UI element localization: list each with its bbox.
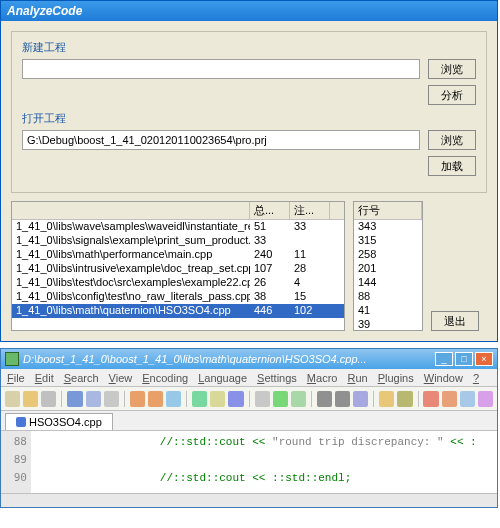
- menu-edit[interactable]: Edit: [35, 372, 54, 384]
- menu-language[interactable]: Language: [198, 372, 247, 384]
- col-line-number[interactable]: 行号: [354, 202, 422, 219]
- toolbar-icon-19[interactable]: [397, 391, 412, 407]
- toolbar-separator: [186, 391, 187, 407]
- table-row[interactable]: 1_41_0\libs\intrusive\example\doc_treap_…: [12, 262, 344, 276]
- browse-open-button[interactable]: 浏览: [428, 130, 476, 150]
- toolbar-icon-23[interactable]: [478, 391, 493, 407]
- toolbar-icon-8[interactable]: [166, 391, 181, 407]
- menu-plugins[interactable]: Plugins: [378, 372, 414, 384]
- line-row[interactable]: 39: [354, 318, 422, 332]
- menu-search[interactable]: Search: [64, 372, 99, 384]
- toolbar-icon-0[interactable]: [5, 391, 20, 407]
- line-number-table[interactable]: 行号 343315258201144884139: [353, 201, 423, 331]
- code-line[interactable]: [41, 451, 497, 469]
- window-body: 新建工程 浏览 分析 打开工程 浏览 加载 总... 注..: [1, 21, 497, 341]
- code-line[interactable]: //::std::cout << ::std::endl;: [41, 469, 497, 487]
- code-area[interactable]: 888990 //::std::cout << "round trip disc…: [1, 431, 497, 493]
- toolbar-icon-3[interactable]: [67, 391, 82, 407]
- menu-run[interactable]: Run: [347, 372, 367, 384]
- editor-titlebar[interactable]: D:\boost_1_41_0\boost_1_41_0\libs\math\q…: [1, 349, 497, 369]
- new-project-label: 新建工程: [22, 40, 476, 55]
- toolbar-icon-18[interactable]: [379, 391, 394, 407]
- line-row[interactable]: 41: [354, 304, 422, 318]
- line-row[interactable]: 144: [354, 276, 422, 290]
- table-row[interactable]: 1_41_0\libs\math\quaternion\HSO3SO4.cpp4…: [12, 304, 344, 318]
- menu-settings[interactable]: Settings: [257, 372, 297, 384]
- toolbar-icon-22[interactable]: [460, 391, 475, 407]
- toolbar-icon-17[interactable]: [353, 391, 368, 407]
- menubar: FileEditSearchViewEncodingLanguageSettin…: [1, 369, 497, 387]
- col-comment[interactable]: 注...: [290, 202, 330, 219]
- load-button[interactable]: 加载: [428, 156, 476, 176]
- cell-file: 1_41_0\libs\wave\samples\waveidl\instant…: [12, 220, 250, 234]
- table-row[interactable]: 1_41_0\libs\math\performance\main.cpp240…: [12, 248, 344, 262]
- toolbar-icon-2[interactable]: [41, 391, 56, 407]
- app-icon: [5, 352, 19, 366]
- horizontal-scrollbar[interactable]: [1, 493, 497, 507]
- results-area: 总... 注... 1_41_0\libs\wave\samples\wavei…: [11, 201, 487, 331]
- cell-line: 39: [354, 318, 374, 332]
- toolbar-icon-1[interactable]: [23, 391, 38, 407]
- gutter-line: 88: [1, 433, 27, 451]
- menu-?[interactable]: ?: [473, 372, 479, 384]
- line-row[interactable]: 258: [354, 248, 422, 262]
- col-file[interactable]: [12, 202, 250, 219]
- toolbar-icon-21[interactable]: [442, 391, 457, 407]
- toolbar-icon-14[interactable]: [291, 391, 306, 407]
- toolbar-icon-9[interactable]: [192, 391, 207, 407]
- menu-view[interactable]: View: [109, 372, 133, 384]
- line-row[interactable]: 343: [354, 220, 422, 234]
- cell-file: 1_41_0\libs\math\quaternion\HSO3SO4.cpp: [12, 304, 250, 318]
- table-row[interactable]: 1_41_0\libs\config\test\no_raw_literals_…: [12, 290, 344, 304]
- toolbar-icon-12[interactable]: [255, 391, 270, 407]
- toolbar-icon-16[interactable]: [335, 391, 350, 407]
- analyze-code-window: AnalyzeCode 新建工程 浏览 分析 打开工程 浏览 加载: [0, 0, 498, 342]
- tab-strip: HSO3SO4.cpp: [1, 411, 497, 431]
- menu-encoding[interactable]: Encoding: [142, 372, 188, 384]
- exit-button[interactable]: 退出: [431, 311, 479, 331]
- code-lines[interactable]: //::std::cout << "round trip discrepancy…: [31, 431, 497, 493]
- table-row[interactable]: 1_41_0\libs\test\doc\src\examples\exampl…: [12, 276, 344, 290]
- toolbar-icon-5[interactable]: [104, 391, 119, 407]
- cell-line: 144: [354, 276, 380, 290]
- code-line[interactable]: //::std::cout << "round trip discrepancy…: [41, 433, 497, 451]
- file-icon: [16, 417, 26, 427]
- toolbar-icon-7[interactable]: [148, 391, 163, 407]
- close-button[interactable]: ×: [475, 352, 493, 366]
- minimize-button[interactable]: _: [435, 352, 453, 366]
- menu-macro[interactable]: Macro: [307, 372, 338, 384]
- cell-line: 201: [354, 262, 380, 276]
- line-row[interactable]: 88: [354, 290, 422, 304]
- cell-line: 315: [354, 234, 380, 248]
- toolbar-icon-11[interactable]: [228, 391, 243, 407]
- file-tab[interactable]: HSO3SO4.cpp: [5, 413, 113, 430]
- table-row[interactable]: 1_41_0\libs\signals\example\print_sum_pr…: [12, 234, 344, 248]
- cell-file: 1_41_0\libs\math\performance\main.cpp: [12, 248, 250, 262]
- toolbar-separator: [373, 391, 374, 407]
- toolbar-icon-4[interactable]: [86, 391, 101, 407]
- toolbar-icon-10[interactable]: [210, 391, 225, 407]
- titlebar[interactable]: AnalyzeCode: [1, 1, 497, 21]
- toolbar-icon-13[interactable]: [273, 391, 288, 407]
- toolbar-icon-15[interactable]: [317, 391, 332, 407]
- line-row[interactable]: 201: [354, 262, 422, 276]
- toolbar-icon-6[interactable]: [130, 391, 145, 407]
- col-total[interactable]: 总...: [250, 202, 290, 219]
- menu-file[interactable]: File: [7, 372, 25, 384]
- files-table[interactable]: 总... 注... 1_41_0\libs\wave\samples\wavei…: [11, 201, 345, 331]
- browse-new-button[interactable]: 浏览: [428, 59, 476, 79]
- window-title: AnalyzeCode: [7, 4, 82, 18]
- file-tab-label: HSO3SO4.cpp: [29, 416, 102, 428]
- line-row[interactable]: 315: [354, 234, 422, 248]
- analyze-button[interactable]: 分析: [428, 85, 476, 105]
- cell-file: 1_41_0\libs\signals\example\print_sum_pr…: [12, 234, 250, 248]
- new-project-input[interactable]: [22, 59, 420, 79]
- open-project-input[interactable]: [22, 130, 420, 150]
- table-row[interactable]: 1_41_0\libs\wave\samples\waveidl\instant…: [12, 220, 344, 234]
- toolbar: [1, 387, 497, 411]
- toolbar-icon-20[interactable]: [423, 391, 438, 407]
- maximize-button[interactable]: □: [455, 352, 473, 366]
- menu-window[interactable]: Window: [424, 372, 463, 384]
- editor-window: D:\boost_1_41_0\boost_1_41_0\libs\math\q…: [0, 348, 498, 508]
- cell-line: 258: [354, 248, 380, 262]
